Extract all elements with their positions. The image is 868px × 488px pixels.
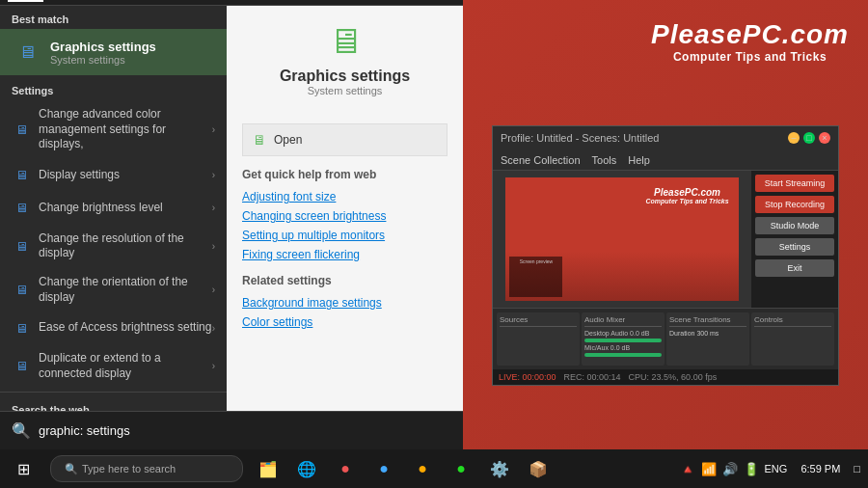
obs-menu-tools[interactable]: Tools (592, 154, 617, 166)
search-magnifier-icon: 🔍 (12, 421, 31, 440)
obs-mic-bar (584, 353, 662, 357)
obs-studio-mode-button[interactable]: Studio Mode (755, 217, 834, 234)
taskbar-icon-5[interactable]: ● (444, 451, 478, 486)
tab-web[interactable]: Web (227, 0, 273, 2)
quick-help-item-3[interactable]: Fixing screen flickering (242, 245, 448, 264)
quick-help-item-2[interactable]: Setting up multiple monitors (242, 226, 448, 245)
search-box: 🔍 (0, 411, 463, 449)
obs-audio-mixer-panel: Audio Mixer Desktop Audio 0.0 dB Mic/Aux… (582, 312, 665, 366)
desktop: 🗑️ Recycle Bin 📁 DesktopShortcuts Please… (0, 0, 868, 488)
taskbar-icon-6[interactable]: ⚙️ (482, 451, 517, 486)
taskbar-icon-0[interactable]: 🗂️ (251, 451, 285, 486)
taskbar-clock[interactable]: 6:59 PM (793, 463, 848, 474)
obs-minimize-button[interactable]: – (788, 132, 800, 144)
panel-title: Graphics settings (280, 68, 410, 85)
settings-item-duplicate[interactable]: 🖥 Duplicate or extend to a connected dis… (0, 344, 227, 388)
orientation-left: 🖥 Change the orientation of the display (12, 275, 212, 305)
best-match-title: Graphics settings (50, 40, 156, 54)
tray-arrow-icon[interactable]: 🔺 (680, 462, 695, 476)
left-panel: Best match 🖥 Graphics settings System se… (0, 6, 227, 411)
panel-subtitle: System settings (308, 85, 383, 96)
settings-item-display[interactable]: 🖥 Display settings › (0, 159, 227, 192)
obs-scene-transitions-panel: Scene Transitions Duration 300 ms (666, 312, 749, 366)
tab-email[interactable]: Email (175, 0, 227, 2)
obs-menu-help[interactable]: Help (628, 154, 650, 166)
tray-battery-icon[interactable]: 🔋 (744, 462, 759, 476)
quick-help-item-1[interactable]: Changing screen brightness (242, 206, 448, 226)
taskbar-icon-3[interactable]: ● (366, 451, 401, 486)
start-button[interactable]: ⊞ (0, 449, 46, 488)
right-panel: 🖥 Graphics settings System settings 🖥 Op… (227, 6, 463, 411)
obs-close-button[interactable]: × (819, 132, 830, 144)
quick-help-item-0[interactable]: Adjusting font size (242, 187, 448, 206)
obs-exit-button[interactable]: Exit (755, 259, 834, 277)
obs-preview-inner: PleasePC.com Computer Tips and Tricks Sc… (505, 177, 738, 301)
start-menu: All Apps Documents Email Web More ▾ 5 🏆 … (0, 0, 463, 449)
orientation-text: Change the orientation of the display (39, 275, 212, 305)
obs-audio-bar (584, 339, 662, 342)
best-match-icon: 🖥 (12, 37, 42, 68)
obs-mic-aux: Mic/Aux 0.0 dB (584, 344, 662, 351)
obs-audio-title: Audio Mixer (584, 315, 662, 327)
taskbar-icon-4[interactable]: ● (405, 451, 440, 486)
obs-window: Profile: Untitled - Scenes: Untitled – □… (492, 125, 839, 386)
divider-1 (0, 392, 227, 393)
tab-all[interactable]: All (8, 0, 43, 2)
settings-item-color-management[interactable]: 🖥 Change advanced color management setti… (0, 100, 227, 159)
settings-item-ease-of-access[interactable]: 🖥 Ease of Access brightness setting › (0, 312, 227, 344)
best-match-label: Best match (0, 6, 227, 29)
open-icon: 🖥 (253, 132, 266, 148)
open-action[interactable]: 🖥 Open (242, 123, 448, 156)
resolution-icon: 🖥 (12, 236, 31, 256)
obs-menu-scene-collection[interactable]: Scene Collection (501, 154, 581, 166)
best-match-item[interactable]: 🖥 Graphics settings System settings (0, 29, 227, 75)
panel-monitor-icon: 🖥 (328, 21, 363, 62)
tray-lang[interactable]: ENG (765, 463, 788, 474)
tagline: Computer Tips and Tricks (651, 50, 849, 64)
color-management-text: Change advanced color management setting… (39, 107, 212, 152)
search-results: Best match 🖥 Graphics settings System se… (0, 6, 463, 411)
brightness-icon: 🖥 (12, 199, 31, 218)
obs-content: PleasePC.com Computer Tips and Tricks Sc… (493, 171, 838, 308)
tab-documents[interactable]: Documents (94, 0, 176, 2)
settings-item-brightness[interactable]: 🖥 Change brightness level › (0, 192, 227, 225)
tab-more[interactable]: More ▾ (274, 0, 333, 2)
search-input[interactable] (39, 423, 451, 438)
display-text: Display settings (39, 168, 120, 183)
best-match-text: Graphics settings System settings (50, 40, 156, 66)
obs-preview-watermark: PleasePC.com Computer Tips and Tricks (645, 187, 728, 204)
taskbar-search-box[interactable]: 🔍 Type here to search (50, 455, 243, 482)
taskbar-icon-2[interactable]: ● (328, 451, 363, 486)
tray-notification-icon[interactable]: □ (854, 463, 860, 474)
best-match-subtitle: System settings (50, 54, 156, 66)
settings-section-label: Settings (0, 77, 227, 100)
obs-preview: PleasePC.com Computer Tips and Tricks Sc… (493, 171, 751, 308)
related-title: Related settings (242, 274, 448, 287)
related-item-1[interactable]: Color settings (242, 312, 448, 332)
settings-item-resolution[interactable]: 🖥 Change the resolution of the display › (0, 225, 227, 268)
site-name: PleasePC.com (651, 19, 849, 50)
tray-volume-icon[interactable]: 🔊 (722, 462, 738, 476)
orientation-icon: 🖥 (12, 281, 31, 300)
duplicate-left: 🖥 Duplicate or extend to a connected dis… (12, 351, 212, 381)
ease-text: Ease of Access brightness setting (39, 320, 211, 336)
related-item-0[interactable]: Background image settings (242, 293, 448, 312)
obs-panels: Sources Audio Mixer Desktop Audio 0.0 dB… (493, 309, 838, 369)
obs-maximize-button[interactable]: □ (803, 132, 815, 144)
obs-title: Profile: Untitled - Scenes: Untitled (501, 132, 659, 144)
tray-network-icon[interactable]: 📶 (701, 462, 717, 476)
obs-start-streaming-button[interactable]: Start Streaming (755, 175, 834, 192)
tab-apps[interactable]: Apps (43, 0, 93, 2)
taskbar-icon-1[interactable]: 🌐 (289, 451, 324, 486)
taskbar-icon-7[interactable]: 📦 (521, 451, 556, 486)
taskbar-time: 6:59 PM (800, 463, 840, 474)
open-label: Open (274, 133, 302, 147)
resolution-text: Change the resolution of the display (39, 231, 212, 261)
taskbar-search-placeholder: Type here to search (82, 463, 176, 474)
chevron-icon-0: › (212, 124, 215, 135)
settings-item-orientation[interactable]: 🖥 Change the orientation of the display … (0, 268, 227, 312)
brightness-text: Change brightness level (39, 201, 163, 216)
obs-settings-button[interactable]: Settings (755, 238, 834, 256)
obs-stop-recording-button[interactable]: Stop Recording (755, 196, 834, 213)
obs-sources-panel: Sources (497, 312, 580, 366)
